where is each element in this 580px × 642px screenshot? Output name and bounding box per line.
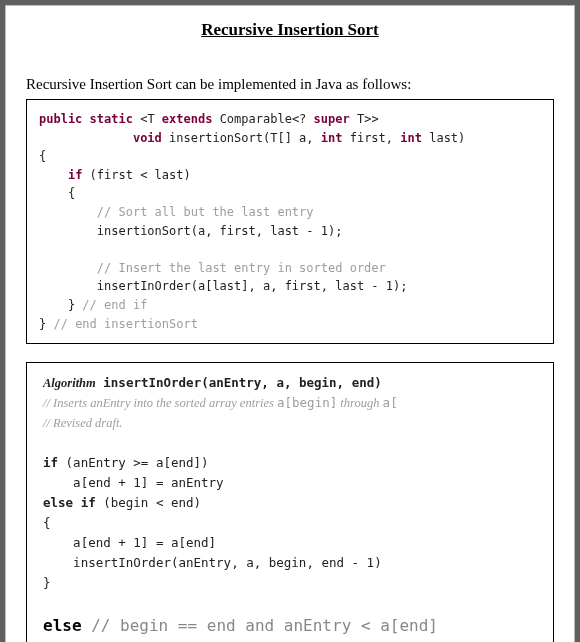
code-text: else if xyxy=(43,495,96,510)
code-text: extends xyxy=(162,112,213,126)
code-comment: // Sort all but the last entry xyxy=(39,205,314,219)
code-comment: // end insertionSort xyxy=(53,317,198,331)
code-text: public static xyxy=(39,112,140,126)
code-text xyxy=(39,168,68,182)
code-text: T>> xyxy=(350,112,379,126)
code-text: last) xyxy=(422,131,465,145)
document-page: Recursive Insertion Sort Recursive Inser… xyxy=(5,5,575,642)
code-text: { xyxy=(39,186,75,200)
code-text: insertionSort(T[] a, xyxy=(162,131,321,145)
code-text: if xyxy=(68,168,82,182)
code-text: a[end + 1] = a[end] xyxy=(43,535,216,550)
code-text: } xyxy=(39,317,53,331)
code-text: insertionSort(a, first, last - 1); xyxy=(39,224,342,238)
page-title: Recursive Insertion Sort xyxy=(26,20,554,40)
code-text: (anEntry >= a[end]) xyxy=(58,455,209,470)
code-text: } xyxy=(39,298,82,312)
code-text: else xyxy=(43,616,91,635)
code-comment: // Inserts anEntry into the sorted array… xyxy=(43,396,277,410)
code-text: { xyxy=(43,515,51,530)
code-text: <T xyxy=(140,112,162,126)
code-block-java: public static <T extends Comparable<? su… xyxy=(26,99,554,344)
code-text: int xyxy=(321,131,343,145)
code-text: } xyxy=(43,575,51,590)
code-block-algorithm: Algorithm insertInOrder(anEntry, a, begi… xyxy=(26,362,554,642)
code-text: (begin < end) xyxy=(96,495,201,510)
algo-label: Algorithm xyxy=(43,376,96,390)
code-text: insertInOrder(anEntry, a, begin, end - 1… xyxy=(43,555,382,570)
code-text: (first < last) xyxy=(82,168,190,182)
code-text: int xyxy=(400,131,422,145)
code-comment: // begin == end and anEntry < a[end] xyxy=(91,616,438,635)
code-text: insertInOrder(a[last], a, first, last - … xyxy=(39,279,407,293)
code-text: if xyxy=(43,455,58,470)
code-text xyxy=(39,131,133,145)
code-text: super xyxy=(314,112,350,126)
code-comment: // Insert the last entry in sorted order xyxy=(39,261,386,275)
code-text: insertInOrder(anEntry, a, begin, end) xyxy=(96,375,382,390)
code-comment: // Revised draft. xyxy=(43,416,123,430)
intro-text: Recursive Insertion Sort can be implemen… xyxy=(26,76,554,93)
code-text: Comparable<? xyxy=(212,112,313,126)
code-comment: // end if xyxy=(82,298,147,312)
code-text: a[ xyxy=(383,395,398,410)
code-text: { xyxy=(39,149,46,163)
code-text: first, xyxy=(342,131,400,145)
code-comment: through xyxy=(337,396,382,410)
algo-word: Algorithm xyxy=(43,376,96,390)
code-text: a[begin] xyxy=(277,395,337,410)
code-text: a[end + 1] = anEntry xyxy=(43,475,224,490)
code-text: void xyxy=(133,131,162,145)
